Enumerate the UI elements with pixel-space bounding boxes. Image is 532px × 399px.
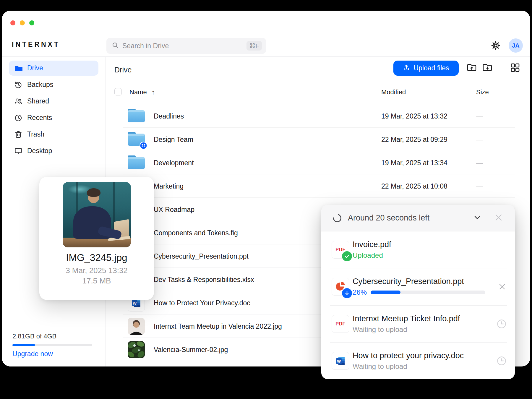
grid-view-icon [510, 62, 521, 74]
shared-folder-badge-icon [140, 142, 147, 150]
search-bar[interactable]: ⌘F [106, 38, 266, 54]
file-preview-card: IMG_3245.jpg 3 Mar, 2025 13:32 17.5 MB [39, 177, 154, 300]
file-modified-date: 22 Mar, 2025 at 10:08 [381, 182, 447, 190]
toolbar-divider [501, 62, 501, 74]
folder-plus-icon [482, 62, 493, 74]
cancel-upload-button[interactable] [498, 282, 507, 291]
spinner-icon [332, 212, 343, 224]
select-all-checkbox[interactable] [114, 88, 122, 95]
upload-item: PDFInvoice.pdfUploaded [321, 231, 515, 268]
topbar: INTERNXT ⌘F [2, 11, 530, 57]
backups-icon [14, 81, 22, 89]
internxt-logo: INTERNXT [12, 40, 60, 48]
file-modified-date: 22 Mar, 2025 at 09:29 [381, 135, 447, 143]
svg-text:W: W [133, 301, 137, 306]
image-thumbnail [127, 341, 146, 358]
file-name: Components and Tokens.fig [154, 229, 238, 237]
ppt-file-icon [332, 278, 349, 296]
file-name: How to Protect Your Privacy.doc [154, 299, 250, 307]
gear-icon [490, 47, 501, 52]
svg-text:W: W [337, 359, 341, 364]
upload-files-label: Upload files [413, 64, 449, 72]
file-name: Development [154, 159, 194, 167]
uploaded-check-badge-icon [342, 251, 352, 261]
folder-upload-icon [466, 62, 477, 74]
sidebar-item-drive[interactable]: Drive [9, 61, 98, 76]
upload-time-remaining: Around 20 seconds left [348, 213, 429, 223]
upload-items-list: PDFInvoice.pdfUploadedCybersecurity_Pres… [321, 231, 515, 379]
settings-button[interactable] [490, 40, 501, 51]
sidebar-item-label: Drive [27, 64, 43, 72]
upload-progress-bar [371, 291, 485, 294]
upload-item-name: Cybersecurity_Presentation.ppt [353, 277, 485, 286]
file-name: Cybersecurity_Presentation.ppt [154, 252, 249, 260]
pdf-file-icon: PDF [332, 315, 349, 333]
column-header-size[interactable]: Size [476, 88, 489, 96]
upload-icon [403, 64, 410, 73]
close-window-button[interactable] [10, 20, 15, 25]
file-row[interactable]: Development19 Mar, 2025 at 13:34— [2, 151, 530, 174]
file-name: Deadlines [154, 112, 184, 120]
page: INTERNXT ⌘F [0, 0, 532, 399]
sort-arrow-icon: ↑ [152, 88, 155, 96]
avatar[interactable]: JA [509, 38, 523, 53]
page-title: Drive [114, 66, 132, 74]
upload-item: Cybersecurity_Presentation.ppt26% [321, 268, 515, 305]
upload-item: PDFInternxt Meetup Ticket Info.pdfWaitin… [321, 306, 515, 342]
upload-item-status: Waiting to upload [353, 362, 464, 371]
file-size: — [476, 159, 483, 167]
new-folder-button[interactable] [482, 63, 493, 74]
search-icon [112, 42, 119, 50]
preview-size: 17.5 MB [39, 276, 154, 286]
folder-icon [127, 131, 146, 148]
maximize-window-button[interactable] [29, 20, 34, 25]
upload-item-name: Invoice.pdf [353, 240, 391, 249]
preview-filename: IMG_3245.jpg [39, 252, 154, 263]
minimize-window-button[interactable] [20, 20, 25, 25]
collapse-panel-button[interactable] [473, 213, 482, 223]
window-controls [10, 20, 34, 25]
drive-folder-icon [14, 64, 22, 72]
grid-view-button[interactable] [510, 63, 521, 74]
upload-item-status: Waiting to upload [353, 325, 460, 334]
file-name: Design Team [154, 135, 193, 143]
waiting-clock-icon [497, 356, 507, 366]
file-name: Internxt Team Meetup in Valencia 2022.jp… [154, 322, 282, 330]
column-header-name[interactable]: Name ↑ [129, 88, 155, 96]
file-size: — [476, 182, 483, 190]
upload-percent-label: 26% [353, 288, 367, 296]
file-row[interactable]: Deadlines19 Mar, 2025 at 13:32— [2, 104, 530, 128]
upload-files-button[interactable]: Upload files [393, 61, 459, 76]
file-name: UX Roadmap [154, 205, 194, 213]
upload-progress: 26% [353, 288, 485, 296]
column-header-modified[interactable]: Modified [381, 88, 406, 96]
image-thumbnail [127, 318, 146, 335]
close-panel-button[interactable] [494, 213, 504, 224]
waiting-clock-icon [497, 319, 507, 329]
upload-item-name: How to protect your privacy.doc [353, 351, 464, 360]
file-name: Valencia-Summer-02.jpg [154, 346, 228, 353]
pdf-file-icon: PDF [332, 241, 349, 259]
sidebar-item-backups[interactable]: Backups [9, 77, 98, 92]
upload-folder-button[interactable] [466, 63, 477, 74]
folder-icon [127, 108, 146, 125]
file-size: — [476, 135, 483, 143]
upload-item-name: Internxt Meetup Ticket Info.pdf [353, 314, 460, 323]
file-modified-date: 19 Mar, 2025 at 13:34 [381, 159, 447, 167]
search-input[interactable] [122, 42, 246, 50]
sidebar-item-label: Backups [27, 81, 53, 89]
preview-photo [63, 182, 131, 247]
upload-progress-panel: Around 20 seconds left PDFInvoice.pdfUpl… [321, 205, 515, 379]
search-shortcut-badge: ⌘F [246, 41, 262, 51]
downloading-arrow-badge-icon [342, 288, 352, 298]
file-name: Dev Tasks & Responsibilities.xlsx [154, 275, 254, 283]
upload-item: WHow to protect your privacy.docWaiting … [321, 343, 515, 379]
file-row[interactable]: Design Team22 Mar, 2025 at 09:29— [2, 128, 530, 151]
file-modified-date: 19 Mar, 2025 at 13:32 [381, 112, 447, 120]
file-size: — [476, 112, 483, 120]
preview-date: 3 Mar, 2025 13:32 [39, 266, 154, 275]
doc-file-icon: W [332, 352, 349, 370]
upload-item-status: Uploaded [353, 251, 391, 259]
folder-icon [127, 154, 146, 171]
sidebar-item-label: Shared [27, 97, 49, 105]
